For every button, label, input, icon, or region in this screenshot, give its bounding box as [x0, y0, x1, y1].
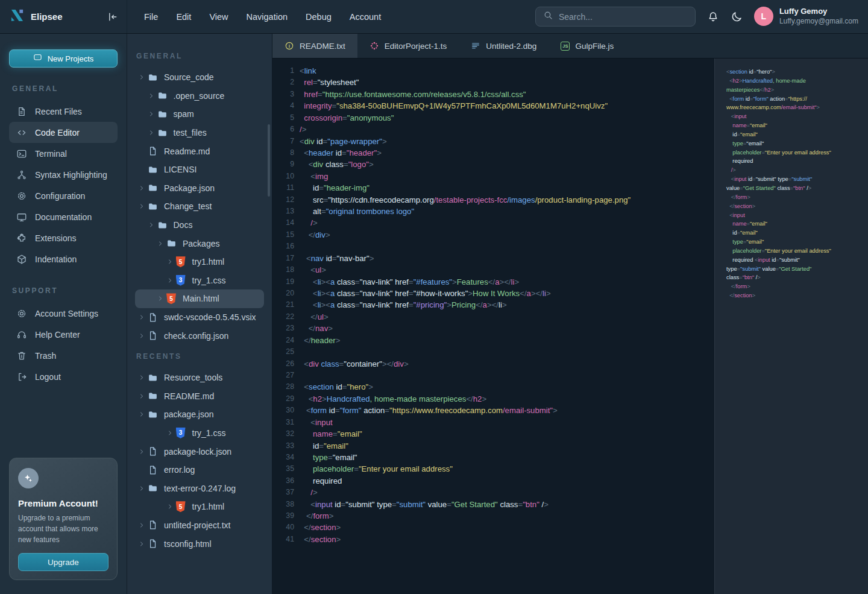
chevron-right-icon[interactable] [157, 241, 166, 247]
code-text: </div> [300, 229, 330, 241]
tree-item-packages[interactable]: Packages [135, 234, 264, 253]
chevron-right-icon[interactable] [139, 522, 148, 528]
sidebar-item-configuration[interactable]: Configuration [9, 185, 118, 206]
sidebar-item-syntax-highlighting[interactable]: Syntax Highlighting [9, 164, 118, 185]
search-box[interactable] [535, 7, 696, 27]
search-input[interactable] [559, 12, 688, 22]
tree-item-label: Source_code [164, 72, 214, 82]
tab-label: GulpFile.js [575, 42, 614, 51]
chevron-right-icon[interactable] [139, 485, 148, 491]
code-line: 19 <li><a class="nav-link" href="#featur… [278, 276, 714, 288]
sidebar-item-indentation[interactable]: Indentation [9, 248, 118, 270]
notifications-bell-icon[interactable] [707, 11, 719, 23]
tree-item-spam[interactable]: spam [135, 105, 264, 124]
code-text: placeholder="Enter your email address" [300, 463, 453, 475]
tree-item-resuorce_tools[interactable]: Resuorce_tools [135, 368, 264, 387]
minimap-line: placeholder="Enter your email address" [726, 247, 863, 256]
sidebar-item-extensions[interactable]: Extensions [9, 227, 118, 248]
chevron-right-icon[interactable] [148, 130, 157, 136]
dark-mode-moon-icon[interactable] [731, 11, 743, 23]
chevron-right-icon[interactable] [167, 430, 176, 436]
sidebar-item-terminal[interactable]: Terminal [9, 143, 118, 164]
chevron-right-icon[interactable] [139, 333, 148, 339]
tree-item-package.json[interactable]: Package.json [135, 179, 264, 198]
sidebar-item-logout[interactable]: Logout [9, 366, 118, 387]
tree-item-swdc-vscode-0.5.45.vsix[interactable]: swdc-vscode-0.5.45.vsix [135, 308, 264, 327]
tree-item-label: package-lock.json [164, 447, 231, 457]
tree-item-readme.md[interactable]: README.md [135, 387, 264, 406]
sidebar-item-code-editor[interactable]: Code Editor [9, 122, 118, 143]
tree-item-try_1.css[interactable]: 3try_1.css [135, 424, 264, 443]
chevron-right-icon[interactable] [148, 222, 157, 228]
tree-item-test_files[interactable]: test_files [135, 124, 264, 142]
tree-item-try1.html[interactable]: 5try1.html [135, 253, 264, 271]
chevron-right-icon[interactable] [167, 259, 176, 265]
line-number: 35 [278, 463, 294, 475]
code-editor[interactable]: 1<link2 rel="stylesheet"3 href="https://… [272, 58, 714, 594]
upgrade-button[interactable]: Upgrade [18, 553, 108, 571]
sidebar-item-recent-files[interactable]: Recent Files [9, 101, 118, 122]
sidebar-item-documentation[interactable]: Documentation [9, 206, 118, 227]
chevron-right-icon[interactable] [139, 314, 148, 320]
tree-item-tsconfig.html[interactable]: tsconfig.html [135, 534, 264, 553]
chevron-right-icon[interactable] [157, 295, 166, 302]
tree-item-label: Package.json [164, 183, 215, 193]
user-account[interactable]: L Luffy Gemoy Luffy.gemoy@gmail.com [754, 7, 858, 26]
line-number: 33 [278, 440, 294, 452]
chevron-right-icon[interactable] [148, 111, 157, 117]
tree-item-source_code[interactable]: Source_code [135, 68, 264, 87]
chevron-right-icon[interactable] [139, 541, 148, 547]
folder-icon [157, 109, 168, 119]
collapse-sidebar-button[interactable] [106, 11, 118, 23]
sidebar-item-trash[interactable]: Trash [9, 345, 118, 366]
chevron-right-icon[interactable] [139, 203, 148, 209]
menu-item-edit[interactable]: Edit [176, 12, 191, 22]
line-number: 32 [278, 428, 294, 440]
code-line: 39 </form> [278, 510, 714, 522]
chevron-right-icon[interactable] [167, 504, 176, 510]
tree-item-check.config.json[interactable]: check.config.json [135, 326, 264, 345]
tree-item-readme.md[interactable]: Readme.md [135, 142, 264, 160]
tree-item-licensi[interactable]: LICENSI [135, 160, 264, 179]
tree-item-try1.html[interactable]: 5try1.html [135, 498, 264, 516]
chevron-right-icon[interactable] [167, 277, 176, 283]
tree-item-package.json[interactable]: package.json [135, 405, 264, 424]
sidebar-item-help-center[interactable]: Help Center [9, 324, 118, 345]
menu-item-file[interactable]: File [144, 12, 158, 22]
chevron-right-icon[interactable] [139, 393, 148, 399]
sidebar-item-account-settings[interactable]: Account Settings [9, 303, 118, 324]
menu-item-navigation[interactable]: Navigation [247, 12, 288, 22]
tree-item-.open_source[interactable]: .open_source [135, 87, 264, 106]
tab-readme.txt[interactable]: README.txt [272, 34, 357, 58]
tree-item-try_1.css[interactable]: 3try_1.css [135, 271, 264, 290]
tree-item-docs[interactable]: Docs [135, 216, 264, 235]
chevron-right-icon[interactable] [139, 411, 148, 417]
menu-item-account[interactable]: Account [350, 12, 381, 22]
file-tree-panel: GENERALSource_code.open_sourcespamtest_f… [127, 34, 272, 594]
tree-item-main.html[interactable]: 5Main.html [135, 289, 264, 308]
menu-item-view[interactable]: View [209, 12, 228, 22]
chevron-right-icon[interactable] [148, 93, 157, 99]
tree-item-package-lock.json[interactable]: package-lock.json [135, 442, 264, 461]
tree-item-untlited-project.txt[interactable]: untlited-project.txt [135, 516, 264, 535]
tab-gulpfile.js[interactable]: JSGulpFile.js [549, 34, 626, 58]
minimap[interactable]: <section id="hero"> <h2>Handcrafted, hom… [714, 58, 868, 594]
chevron-right-icon[interactable] [139, 374, 148, 381]
minimap-line: type="email" [726, 139, 863, 148]
tree-item-text-error-0.247.log[interactable]: text-error-0.247.log [135, 479, 264, 498]
chevron-right-icon[interactable] [139, 74, 148, 80]
tab-untlited-2.dbg[interactable]: Untlited-2.dbg [459, 34, 549, 58]
line-number: 26 [278, 358, 294, 370]
tree-item-error.log[interactable]: error.log [135, 461, 264, 479]
avatar[interactable]: L [754, 7, 773, 26]
chevron-right-icon[interactable] [139, 449, 148, 455]
code-text: <li><a class="nav-link" href="#pricing">… [300, 299, 507, 311]
tab-editorporject-1.ts[interactable]: EditorPorject-1.ts [357, 34, 459, 58]
minimap-line: required <input id="submit" [726, 256, 863, 265]
chevron-right-icon[interactable] [139, 185, 148, 191]
code-line: 13 alt="original trombones logo" [278, 206, 714, 217]
new-projects-button[interactable]: New Projects [9, 49, 118, 68]
menu-item-debug[interactable]: Debug [306, 12, 332, 22]
tree-item-change_test[interactable]: Change_test [135, 197, 264, 216]
file-tree-scrollbar[interactable] [268, 124, 270, 197]
